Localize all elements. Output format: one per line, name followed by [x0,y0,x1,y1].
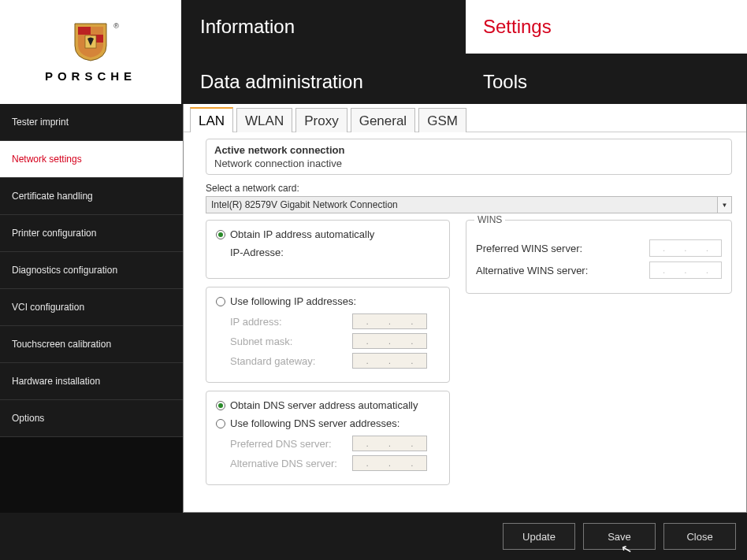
save-button[interactable]: Save [583,523,656,550]
nav-information[interactable]: Information [183,0,464,54]
sidebar-item-label: Hardware installation [12,376,100,387]
gateway-label: Standard gateway: [230,355,352,367]
sidebar-item-label: Tester imprint [12,117,69,128]
network-card-select[interactable]: Intel(R) 82579V Gigabit Network Connecti… [206,196,732,213]
radio-ip-manual-row[interactable]: Use following IP addresses: [216,295,440,307]
preferred-wins-label: Preferred WINS server: [476,243,602,254]
svg-rect-0 [78,27,91,35]
radio-ip-manual-label: Use following IP addresses: [230,295,356,307]
radio-dns-manual[interactable] [216,419,225,428]
network-card-label: Select a network card: [206,183,732,194]
ip-address-input[interactable]: ... [352,313,427,329]
tab-lan[interactable]: LAN [190,107,233,132]
network-card-selected: Intel(R) 82579V Gigabit Network Connecti… [211,199,398,210]
sidebar-item-label: Touchscreen calibration [12,339,111,350]
preferred-dns-label: Preferred DNS server: [230,438,352,450]
ip-manual-group: Use following IP addresses: IP address: … [206,287,450,383]
sidebar-item-label: Diagnostics configuration [12,265,117,276]
radio-dns-auto-label: Obtain DNS server address automatically [230,399,418,411]
preferred-dns-input[interactable]: ... [352,436,427,451]
nav-settings[interactable]: Settings [466,0,747,54]
sidebar-item-vci-configuration[interactable]: VCI configuration [0,289,183,326]
gateway-input[interactable]: ... [352,353,427,369]
ip-adresse-label: IP-Adresse: [230,247,352,258]
sidebar-item-label: Certificate handling [12,191,93,202]
subnet-mask-input[interactable]: ... [352,333,427,349]
nav-tools[interactable]: Tools [466,55,747,109]
tab-bar: LAN WLAN Proxy General GSM [184,104,746,132]
preferred-wins-input[interactable]: ... [649,239,722,257]
sidebar-item-touchscreen-calibration[interactable]: Touchscreen calibration [0,326,183,363]
sidebar-item-label: Network settings [12,154,82,165]
radio-dns-manual-label: Use following DNS server addresses: [230,417,400,429]
alternative-dns-input[interactable]: ... [352,455,427,471]
sidebar-item-label: Options [12,413,44,424]
radio-ip-auto-row[interactable]: Obtain IP address automatically [216,228,440,240]
active-connection-box: Active network connection Network connec… [206,139,732,175]
radio-dns-auto-row[interactable]: Obtain DNS server address automatically [216,399,440,411]
brand-logo-panel: ® PORSCHE [0,0,183,104]
wins-group: WINS Preferred WINS server: ... Alternat… [466,220,732,294]
ip-address-label: IP address: [230,316,352,328]
brand-wordmark: PORSCHE [45,69,136,83]
sidebar-item-label: Printer configuration [12,228,96,239]
nav-data-administration[interactable]: Data administration [183,55,464,109]
tab-proxy[interactable]: Proxy [295,108,347,132]
radio-ip-auto-label: Obtain IP address automatically [230,228,374,240]
tab-wlan[interactable]: WLAN [236,108,292,132]
tab-gsm[interactable]: GSM [418,108,466,132]
dns-group: Obtain DNS server address automatically … [206,391,450,485]
active-connection-header: Active network connection [214,144,723,156]
tab-general[interactable]: General [351,108,415,132]
wins-legend: WINS [474,214,505,225]
sidebar-item-tester-imprint[interactable]: Tester imprint [0,104,183,141]
ip-auto-group: Obtain IP address automatically IP-Adres… [206,220,450,279]
sidebar-item-printer-configuration[interactable]: Printer configuration [0,215,183,252]
radio-dns-auto[interactable] [216,401,225,410]
alternative-dns-label: Alternative DNS server: [230,458,352,469]
sidebar: Tester imprint Network settings Certific… [0,104,183,513]
alternative-wins-label: Alternative WINS server: [476,265,602,276]
radio-dns-manual-row[interactable]: Use following DNS server addresses: [216,417,440,429]
alternative-wins-input[interactable]: ... [649,261,722,279]
porsche-crest-icon: ® [73,22,108,61]
sidebar-item-certificate-handling[interactable]: Certificate handling [0,178,183,215]
footer-bar: Update Save Close [0,513,747,560]
chevron-down-icon: ▼ [717,197,731,213]
subnet-mask-label: Subnet mask: [230,336,352,347]
sidebar-item-hardware-installation[interactable]: Hardware installation [0,363,183,400]
sidebar-item-diagnostics-configuration[interactable]: Diagnostics configuration [0,252,183,289]
radio-ip-manual[interactable] [216,297,225,306]
sidebar-item-options[interactable]: Options [0,400,183,437]
sidebar-item-label: VCI configuration [12,302,84,313]
sidebar-item-network-settings[interactable]: Network settings [0,141,183,178]
active-connection-status: Network connection inactive [214,158,723,169]
close-button[interactable]: Close [663,523,736,550]
radio-ip-auto[interactable] [216,230,225,239]
update-button[interactable]: Update [503,523,575,550]
